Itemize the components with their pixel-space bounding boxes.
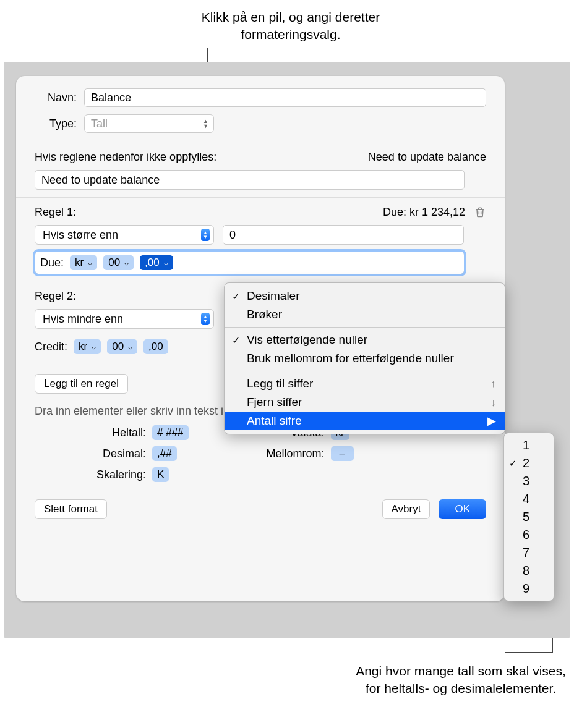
- integer-token[interactable]: 00⌵: [107, 339, 137, 354]
- scaling-element-token[interactable]: K: [152, 467, 169, 482]
- submenu-option-1[interactable]: 1: [504, 436, 554, 454]
- delete-format-button[interactable]: Slett format: [35, 499, 107, 519]
- popup-trailing-zeros[interactable]: ✓ Vis etterfølgende nuller: [225, 331, 505, 349]
- scaling-label: Skalering:: [78, 468, 146, 481]
- type-label: Type:: [35, 117, 84, 130]
- space-element-token[interactable]: –: [331, 446, 354, 461]
- decimal-label: Desimal:: [78, 447, 146, 460]
- chevron-down-icon: ⌵: [124, 258, 129, 267]
- submenu-option-5[interactable]: 5: [504, 508, 554, 526]
- rule1-preview: Due: kr 1 234,12: [383, 206, 465, 219]
- rule2-condition-select[interactable]: Hvis mindre enn ▲▼: [35, 309, 214, 329]
- digits-submenu: 1 ✓ 2 3 4 5 6 7 8 9: [503, 433, 554, 601]
- rules-not-met-label: Hvis reglene nedenfor ikke oppfylles:: [35, 151, 216, 164]
- chevron-right-icon: ▶: [487, 414, 496, 428]
- integer-element-token[interactable]: # ###: [152, 425, 189, 440]
- down-arrow-icon: ↓: [490, 396, 496, 409]
- submenu-option-6[interactable]: 6: [504, 526, 554, 544]
- currency-token[interactable]: kr⌵: [74, 339, 101, 354]
- submenu-option-9[interactable]: 9: [504, 580, 554, 598]
- submenu-option-2[interactable]: ✓ 2: [504, 454, 554, 472]
- rule1-label: Regel 1:: [35, 206, 76, 219]
- add-rule-button[interactable]: Legg til en regel: [35, 374, 128, 394]
- chevron-down-icon: ⌵: [92, 342, 96, 351]
- submenu-option-8[interactable]: 8: [504, 562, 554, 580]
- chevron-down-icon: ⌵: [88, 258, 92, 267]
- ok-button[interactable]: OK: [439, 499, 486, 519]
- decimal-token-selected[interactable]: ,00⌵: [140, 255, 173, 270]
- up-arrow-icon: ↑: [490, 378, 496, 391]
- popup-add-digit[interactable]: Legg til siffer ↑: [225, 375, 505, 393]
- rule1-condition-select[interactable]: Hvis større enn ▲▼: [35, 225, 214, 245]
- popup-remove-digit[interactable]: Fjern siffer ↓: [225, 393, 505, 412]
- preview-top: Need to update balance: [368, 151, 486, 164]
- name-label: Navn:: [35, 91, 84, 104]
- check-icon: ✓: [509, 458, 517, 469]
- trash-icon[interactable]: [474, 205, 486, 219]
- name-input[interactable]: [84, 88, 486, 107]
- currency-token[interactable]: kr⌵: [70, 255, 97, 270]
- check-icon: ✓: [232, 334, 240, 346]
- updown-icon: ▲▼: [203, 119, 208, 129]
- chevron-down-icon: ⌵: [164, 258, 168, 267]
- type-select-value: Tall: [91, 117, 108, 130]
- check-icon: ✓: [232, 290, 240, 302]
- popup-decimals[interactable]: ✓ Desimaler: [225, 287, 505, 305]
- condition-text-input[interactable]: [35, 170, 465, 190]
- divider: [16, 143, 505, 143]
- submenu-option-7[interactable]: 7: [504, 544, 554, 562]
- integer-label: Heltall:: [78, 426, 146, 439]
- callout-top-text: Klikk på en pil, og angi deretter format…: [161, 9, 421, 44]
- decimal-element-token[interactable]: ,##: [152, 446, 177, 461]
- cancel-button[interactable]: Avbryt: [382, 499, 430, 519]
- submenu-option-4[interactable]: 4: [504, 490, 554, 508]
- format-popup-menu: ✓ Desimaler Brøker ✓ Vis etterfølgende n…: [224, 282, 505, 434]
- popup-space-trailing[interactable]: Bruk mellomrom for etterfølgende nuller: [225, 349, 505, 368]
- callout-bracket: [505, 638, 553, 653]
- rule2-prefix-text: Credit:: [35, 341, 67, 353]
- rule1-condition-value: Hvis større enn: [43, 229, 118, 242]
- callout-bottom-text: Angi hvor mange tall som skal vises, for…: [349, 662, 572, 698]
- rule1-prefix-text: Due:: [40, 256, 64, 269]
- submenu-option-3[interactable]: 3: [504, 472, 554, 490]
- rule2-label: Regel 2:: [35, 290, 76, 303]
- space-label: Mellomrom:: [257, 447, 325, 460]
- updown-icon: ▲▼: [201, 313, 210, 325]
- type-select[interactable]: Tall ▲▼: [84, 114, 214, 133]
- rule1-value-input[interactable]: [223, 225, 464, 245]
- decimal-token[interactable]: ,00: [144, 339, 168, 354]
- menu-separator: [225, 371, 505, 371]
- rule2-condition-value: Hvis mindre enn: [43, 313, 123, 326]
- menu-separator: [225, 327, 505, 328]
- divider: [16, 197, 505, 198]
- popup-fractions[interactable]: Brøker: [225, 305, 505, 324]
- updown-icon: ▲▼: [201, 229, 210, 241]
- integer-token[interactable]: 00⌵: [103, 255, 134, 270]
- rule1-format-field[interactable]: Due: kr⌵ 00⌵ ,00⌵: [35, 251, 465, 274]
- chevron-down-icon: ⌵: [128, 342, 132, 351]
- popup-num-digits[interactable]: Antall sifre ▶: [225, 412, 505, 430]
